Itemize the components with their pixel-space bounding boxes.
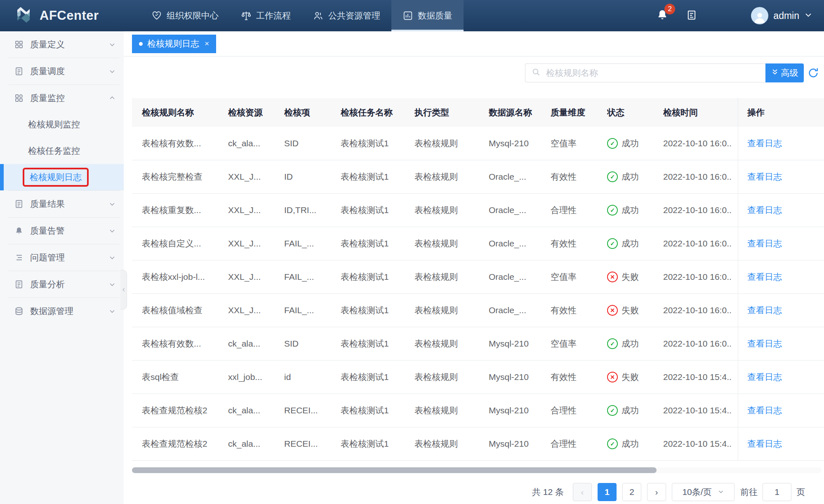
view-log-link[interactable]: 查看日志 bbox=[747, 338, 782, 349]
page-unit-label: 页 bbox=[796, 486, 805, 498]
status-label: 成功 bbox=[622, 238, 639, 249]
view-log-link[interactable]: 查看日志 bbox=[747, 204, 782, 216]
sidebar-item-quality-results[interactable]: 质量结果 bbox=[0, 191, 124, 217]
sidebar-item-datasource-management[interactable]: 数据源管理 bbox=[0, 298, 124, 324]
brand-name: AFCenter bbox=[40, 8, 99, 23]
horizontal-scrollbar-track[interactable] bbox=[132, 467, 822, 473]
chevron-up-icon bbox=[108, 94, 116, 102]
cell-task: 表检核测试1 bbox=[341, 371, 414, 383]
cell-resource: XXL_J... bbox=[228, 172, 284, 182]
sidebar-item-quality-definition[interactable]: 质量定义 bbox=[0, 31, 124, 58]
cell-name: 表检查规范检核2 bbox=[132, 405, 228, 416]
sidebar-item-quality-alerts[interactable]: 质量告警 bbox=[0, 218, 124, 244]
sidebar-subitem-rule-log[interactable]: 检核规则日志 bbox=[0, 164, 124, 190]
sidebar-item-quality-scheduling[interactable]: 质量调度 bbox=[0, 58, 124, 84]
prev-page-button[interactable]: ‹ bbox=[573, 483, 592, 501]
sidebar-item-label: 数据源管理 bbox=[30, 305, 108, 317]
status-label: 成功 bbox=[622, 338, 639, 349]
sidebar-item-issue-management[interactable]: 问题管理 bbox=[0, 244, 124, 271]
status-cell: ✓成功 bbox=[607, 338, 663, 349]
view-log-link[interactable]: 查看日志 bbox=[747, 405, 782, 416]
table-row: 表检核自定义...XXL_J...FAIL_...表检核测试1表检核规则Orac… bbox=[132, 227, 824, 260]
cell-dimension: 空值率 bbox=[551, 138, 607, 149]
cell-time: 2022-10-10 16:0.. bbox=[663, 305, 738, 315]
advanced-search-button[interactable]: 高级 bbox=[765, 63, 804, 82]
cell-time: 2022-10-10 16:0.. bbox=[663, 205, 738, 215]
cell-time: 2022-10-10 16:0.. bbox=[663, 172, 738, 182]
table-body: 表检核有效数...ck_ala...SID表检核测试1表检核规则Mysql-21… bbox=[132, 127, 824, 461]
nav-item-org-center[interactable]: 组织权限中心 bbox=[140, 0, 230, 31]
cell-task: 表检核测试1 bbox=[341, 305, 414, 316]
close-icon[interactable]: × bbox=[205, 39, 209, 48]
status-label: 成功 bbox=[622, 171, 639, 183]
main-content: 检核规则日志 × 高级 bbox=[124, 31, 824, 504]
success-icon: ✓ bbox=[607, 405, 618, 416]
status-cell: ✓成功 bbox=[607, 204, 663, 216]
nav-item-public-resources[interactable]: 公共资源管理 bbox=[302, 0, 391, 31]
cell-dimension: 空值率 bbox=[551, 338, 607, 349]
chevron-down-icon[interactable] bbox=[803, 10, 813, 21]
page-button-2[interactable]: 2 bbox=[622, 483, 641, 501]
page-button-1[interactable]: 1 bbox=[598, 483, 617, 501]
chevron-down-icon bbox=[108, 253, 116, 262]
avatar[interactable] bbox=[751, 7, 768, 24]
view-log-link[interactable]: 查看日志 bbox=[747, 171, 782, 183]
nav-item-workflow[interactable]: 工作流程 bbox=[230, 0, 302, 31]
cell-time: 2022-10-10 16:0.. bbox=[663, 339, 738, 349]
cell-resource: XXL_J... bbox=[228, 239, 284, 248]
sidebar-item-label: 质量定义 bbox=[30, 39, 108, 50]
horizontal-scrollbar-thumb[interactable] bbox=[132, 467, 657, 473]
cell-exec_type: 表检核规则 bbox=[414, 438, 489, 450]
status-cell: ✕失败 bbox=[607, 305, 663, 316]
document-log-button[interactable] bbox=[686, 9, 697, 22]
goto-page-input[interactable] bbox=[763, 483, 791, 501]
cell-task: 表检核测试1 bbox=[341, 438, 414, 450]
nav-item-label: 公共资源管理 bbox=[328, 10, 380, 21]
status-label: 成功 bbox=[622, 438, 639, 450]
chevron-down-icon bbox=[108, 40, 116, 49]
sidebar-collapse-handle[interactable] bbox=[120, 270, 127, 309]
cell-time: 2022-10-10 15:4.. bbox=[663, 439, 738, 449]
sidebar-subitem-task-monitoring[interactable]: 检核任务监控 bbox=[0, 138, 124, 164]
brand[interactable]: AFCenter bbox=[0, 0, 124, 31]
search-input[interactable] bbox=[545, 68, 765, 78]
sidebar-subitem-label: 检核任务监控 bbox=[28, 145, 80, 157]
chevron-down-icon bbox=[108, 280, 116, 288]
tab-rule-log[interactable]: 检核规则日志 × bbox=[132, 35, 216, 53]
view-log-link[interactable]: 查看日志 bbox=[747, 138, 782, 149]
nav-item-label: 数据质量 bbox=[418, 10, 452, 21]
sidebar-item-quality-monitoring[interactable]: 质量监控 bbox=[0, 85, 124, 111]
cell-resource: XXL_J... bbox=[228, 205, 284, 215]
cell-datasource: Oracle_... bbox=[489, 239, 551, 248]
cell-exec_type: 表检核规则 bbox=[414, 204, 489, 216]
scales-icon bbox=[241, 10, 252, 21]
view-log-link[interactable]: 查看日志 bbox=[747, 238, 782, 249]
cell-name: 表sql检查 bbox=[132, 371, 228, 383]
cell-item: ID,TRI... bbox=[284, 205, 341, 215]
action-cell: 查看日志 bbox=[738, 394, 824, 427]
nav-item-data-quality[interactable]: 数据质量 bbox=[391, 0, 464, 31]
cell-name: 表检核值域检查 bbox=[132, 305, 228, 316]
view-log-link[interactable]: 查看日志 bbox=[747, 371, 782, 383]
sidebar-item-quality-analysis[interactable]: 质量分析 bbox=[0, 271, 124, 298]
cell-time: 2022-10-10 15:4.. bbox=[663, 372, 738, 382]
view-log-link[interactable]: 查看日志 bbox=[747, 271, 782, 283]
cell-task: 表检核测试1 bbox=[341, 171, 414, 183]
success-icon: ✓ bbox=[607, 171, 618, 182]
table-row: 表检查规范检核2ck_ala...RECEI...表检核测试1表检核规则Mysq… bbox=[132, 427, 824, 461]
table-row: 表sql检查xxl_job...id表检核测试1表检核规则Mysql-210有效… bbox=[132, 361, 824, 394]
cell-exec_type: 表检核规则 bbox=[414, 238, 489, 249]
cell-resource: XXL_J... bbox=[228, 305, 284, 315]
notifications-button[interactable]: 2 bbox=[656, 9, 669, 23]
sidebar-item-label: 质量结果 bbox=[30, 198, 108, 210]
view-log-link[interactable]: 查看日志 bbox=[747, 438, 782, 450]
next-page-button[interactable]: › bbox=[647, 483, 666, 501]
sidebar-subitem-rule-monitoring[interactable]: 检核规则监控 bbox=[0, 111, 124, 138]
refresh-icon[interactable] bbox=[807, 67, 819, 79]
cell-datasource: Mysql-210 bbox=[489, 339, 551, 349]
notification-badge: 2 bbox=[664, 4, 675, 14]
view-log-link[interactable]: 查看日志 bbox=[747, 305, 782, 316]
username[interactable]: admin bbox=[773, 10, 799, 21]
cell-resource: ck_ala... bbox=[228, 439, 284, 449]
page-size-select[interactable]: 10条/页 bbox=[672, 483, 735, 501]
